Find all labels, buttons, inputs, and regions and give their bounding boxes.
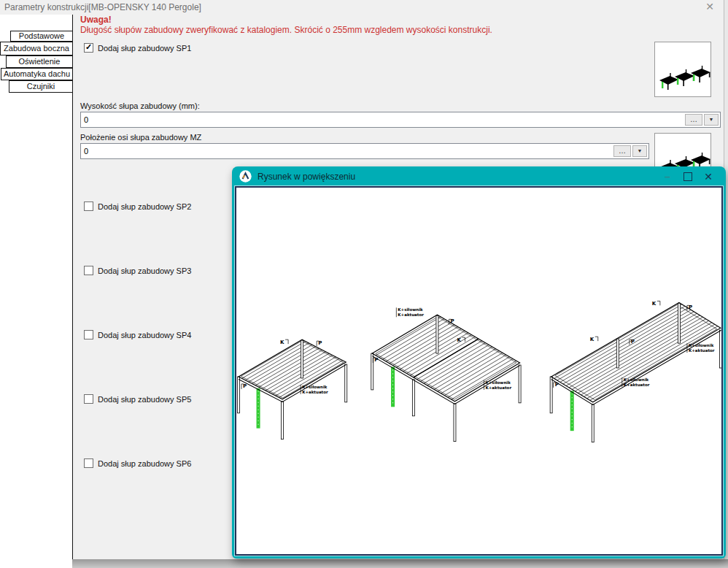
svg-text:K+siłownik: K+siłownik [689,343,714,348]
field-axis-label: Położenie osi słupa zabudowy MZ [80,133,201,142]
checkbox-sp1[interactable]: Dodaj słup zabudowy SP1 [84,43,191,53]
preview-thumbnail-1 [654,42,711,97]
checkbox-sp5[interactable]: Dodaj słup zabudowy SP5 [84,394,191,404]
sidebar-divider [72,15,73,559]
popup-titlebar[interactable]: Rysunek w powiększeniu – ✕ [232,166,726,186]
svg-text:K+siłownik: K+siłownik [398,307,423,312]
checkbox-sp2-label: Dodaj słup zabudowy SP2 [98,202,191,211]
field-axis: … ▼ [80,143,649,159]
minimize-icon[interactable]: – [657,171,678,183]
field-height: … ▼ [80,112,721,128]
window-titlebar: Parametry konstrukcji[MB-OPENSKY 140 Per… [0,0,724,15]
height-dropdown-icon[interactable]: ▼ [704,114,719,126]
axis-input[interactable] [81,144,613,158]
svg-text:K: K [457,337,461,343]
tab-czujniki[interactable]: Czujniki [9,80,72,93]
svg-text:K+aktuator: K+aktuator [689,348,715,353]
pergola-drawing: KPPK+siłownikK+aktuatorKPPK+siłownikK+ak… [236,188,721,554]
checkbox-sp2-box[interactable] [84,202,93,211]
axis-browse-button[interactable]: … [613,145,631,157]
checkbox-sp5-label: Dodaj słup zabudowy SP5 [98,395,191,404]
warning-title: Uwaga! [80,15,112,25]
checkbox-sp3[interactable]: Dodaj słup zabudowy SP3 [84,266,191,275]
tab-automatyka-dachu[interactable]: Automatyka dachu [1,68,72,80]
warning-text: Długość słupów zabudowy zweryfikować z k… [80,25,492,35]
svg-text:K+siłownik: K+siłownik [624,377,649,382]
svg-text:K+siłownik: K+siłownik [302,385,328,389]
pergola-mini-drawing-1 [655,42,710,96]
checkbox-sp4[interactable]: Dodaj słup zabudowy SP4 [84,330,191,339]
svg-text:K+siłownik: K+siłownik [486,380,511,385]
axis-dropdown-icon[interactable]: ▼ [632,145,647,157]
checkbox-sp6-label: Dodaj słup zabudowy SP6 [98,459,191,468]
tab-zabudowa-boczna[interactable]: Zabudowa boczna [0,42,72,55]
height-input[interactable] [81,112,685,127]
svg-text:K+aktuator: K+aktuator [302,390,328,394]
app-logo-icon [239,170,252,183]
svg-text:K+aktuator: K+aktuator [486,385,512,390]
checkbox-sp1-box[interactable] [84,43,93,53]
tab-oswietlenie[interactable]: Oświetlenie [6,55,72,68]
zoom-drawing-window: Rysunek w powiększeniu – ✕ KPPK+siłownik… [232,166,726,559]
svg-text:K: K [652,301,657,307]
checkbox-sp5-box[interactable] [84,394,93,404]
drawing-canvas: KPPK+siłownikK+aktuatorKPPK+siłownikK+ak… [235,186,723,556]
checkbox-sp6[interactable]: Dodaj słup zabudowy SP6 [84,458,191,468]
close-icon[interactable]: ✕ [702,1,718,13]
svg-text:K: K [590,337,595,342]
svg-text:K+aktuator: K+aktuator [624,383,650,387]
checkbox-sp3-label: Dodaj słup zabudowy SP3 [98,266,191,275]
maximize-icon[interactable] [678,170,698,183]
svg-text:K+aktuator: K+aktuator [398,312,424,317]
svg-text:K: K [280,339,284,345]
checkbox-sp3-box[interactable] [84,266,93,275]
close-icon[interactable]: ✕ [698,171,719,183]
checkbox-sp1-label: Dodaj słup zabudowy SP1 [98,44,191,53]
checkbox-sp6-box[interactable] [84,458,93,468]
window-title: Parametry konstrukcji[MB-OPENSKY 140 Per… [4,2,201,12]
popup-title: Rysunek w powiększeniu [257,172,657,182]
checkbox-sp4-box[interactable] [84,330,93,339]
sidebar: Podstawowe Zabudowa boczna Oświetlenie A… [0,15,72,568]
tab-podstawowe[interactable]: Podstawowe [10,31,72,42]
field-height-label: Wysokość słupa zabudowy (mm): [80,101,200,110]
checkbox-sp2[interactable]: Dodaj słup zabudowy SP2 [84,202,191,211]
checkbox-sp4-label: Dodaj słup zabudowy SP4 [98,331,191,339]
height-browse-button[interactable]: … [685,114,702,126]
desktop-strip [72,559,728,568]
